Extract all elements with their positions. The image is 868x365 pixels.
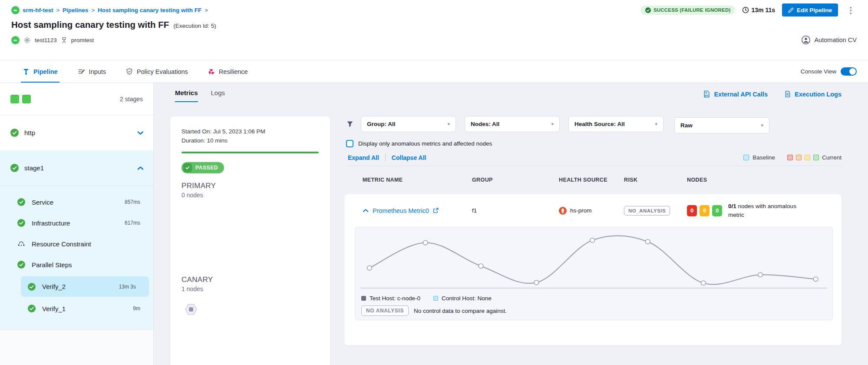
step-details-area: Metrics Logs Started On: Jul 5, 2023 1:0… — [154, 83, 868, 365]
toggle-knob — [849, 68, 856, 75]
step-verify-1[interactable]: Verify_1 9m — [0, 298, 153, 319]
breadcrumb-pipelines[interactable]: Pipelines — [63, 7, 88, 13]
status-badge-label: SUCCESS (FAILURE IGNORED) — [653, 7, 731, 13]
service-name[interactable]: test1123 — [35, 37, 57, 43]
filter-funnel-icon[interactable] — [347, 121, 353, 128]
control-host-legend: Control Host: None — [433, 295, 492, 302]
chevron-up-icon[interactable] — [137, 166, 144, 170]
col-metric-name: METRIC NAME — [363, 177, 472, 183]
breadcrumb-separator: > — [56, 7, 60, 13]
step-parallel-steps[interactable]: Parallel Steps — [0, 254, 153, 275]
elapsed-time-value: 13m 11s — [751, 7, 775, 13]
detail-tabs: Metrics Logs — [175, 89, 225, 102]
step-infrastructure[interactable]: Infrastructure 617ms — [0, 212, 153, 233]
breadcrumb: ∞ srm-hf-test > Pipelines > Host samplin… — [11, 6, 208, 14]
sidebar-stage-stage1[interactable]: stage1 — [0, 150, 153, 186]
environment-name[interactable]: promtest — [71, 37, 94, 43]
group-filter-dropdown[interactable]: Group: All ▾ — [361, 116, 456, 132]
execution-logs-link[interactable]: Execution Logs — [784, 90, 842, 98]
svg-text:API: API — [705, 95, 709, 97]
console-view-label: Console View — [801, 68, 836, 75]
started-on: Started On: Jul 5, 2023 1:06 PM — [182, 127, 319, 136]
chart-color-legend: Baseline Current — [743, 154, 842, 161]
canary-node-count: 1 nodes — [182, 285, 319, 292]
risk-badge: NO_ANALYSIS — [624, 206, 670, 216]
yellow-node-count: 0 — [700, 205, 710, 216]
step-verify-2[interactable]: Verify_2 13m 3s — [21, 276, 149, 297]
group-filter-value: Group: All — [367, 121, 396, 127]
execution-progressbar — [182, 152, 319, 153]
breadcrumb-separator: > — [205, 7, 208, 13]
expand-collapse-row: Expand All Collapse All Baseline Current — [348, 154, 842, 161]
tab-resilience-label: Resilience — [219, 68, 248, 75]
collapse-chevron-up-icon[interactable] — [363, 209, 369, 212]
elapsed-time: 13m 11s — [742, 7, 775, 13]
tab-resilience[interactable]: Resilience — [206, 60, 250, 83]
step-list: Service 857ms Infrastructure 617ms Resou… — [0, 186, 153, 319]
step-label: Service — [32, 199, 53, 206]
more-options-menu[interactable]: ⋮ — [845, 5, 857, 15]
metric-chart-panel: Test Host: c-node-0 Control Host: None N… — [355, 227, 833, 320]
step-service[interactable]: Service 857ms — [0, 192, 153, 212]
breadcrumb-separator: > — [91, 7, 95, 13]
metrics-table-header: METRIC NAME GROUP HEALTH SOURCE RISK NOD… — [344, 177, 842, 183]
breadcrumb-pipeline-name[interactable]: Host sampling canary testing with FF — [98, 7, 201, 13]
col-group: GROUP — [472, 177, 559, 183]
test-host-legend: Test Host: c-node-0 — [361, 295, 420, 302]
edit-pipeline-button[interactable]: Edit Pipeline — [782, 3, 838, 17]
tab-metrics[interactable]: Metrics — [175, 89, 198, 102]
metric-table-row: Prometheus Metric0 f1 hs-prom NO_ANALYSI… — [344, 194, 842, 227]
stage-success-square — [22, 95, 31, 103]
triggered-by-user[interactable]: Automation CV — [814, 36, 857, 43]
tab-pipeline[interactable]: Pipeline — [21, 60, 59, 83]
prometheus-icon — [559, 207, 567, 215]
current-green-swatch — [813, 155, 819, 160]
breadcrumb-project[interactable]: srm-hf-test — [23, 7, 53, 13]
health-source-filter-dropdown[interactable]: Health Source: All ▾ — [568, 116, 663, 132]
srm-service-icon: ∞ — [11, 36, 20, 44]
success-check-icon — [17, 219, 25, 227]
stage-http-label: http — [24, 129, 35, 136]
metric-chart[interactable] — [359, 232, 829, 292]
raw-filter-dropdown[interactable]: Raw ▾ — [674, 117, 769, 133]
canary-label: CANARY — [182, 275, 319, 284]
step-label: Verify_1 — [42, 305, 66, 312]
no-analysis-message: No control data to compare against. — [414, 308, 507, 314]
sidebar-footer — [0, 329, 153, 365]
tab-inputs[interactable]: Inputs — [76, 60, 108, 83]
current-red-swatch — [787, 155, 793, 160]
divider — [385, 154, 386, 161]
current-yellow-swatch — [805, 155, 810, 160]
expand-all-link[interactable]: Expand All — [348, 154, 379, 161]
tab-policy-evaluations[interactable]: Policy Evaluations — [124, 60, 190, 83]
external-api-calls-link[interactable]: API External API Calls — [703, 90, 768, 98]
anomalous-filter-row: Display only anomalous metrics and affec… — [346, 140, 842, 147]
collapse-all-link[interactable]: Collapse All — [392, 154, 426, 161]
step-resource-constraint[interactable]: Resource Constraint — [0, 233, 153, 254]
tab-pipeline-label: Pipeline — [33, 68, 58, 75]
sidebar-stage-http[interactable]: http — [0, 115, 153, 150]
raw-filter-value: Raw — [680, 122, 693, 129]
queue-icon — [17, 241, 25, 247]
pipeline-execution-page: ∞ srm-hf-test > Pipelines > Host samplin… — [0, 0, 868, 365]
chevron-down-icon[interactable] — [137, 131, 144, 135]
metric-name-link[interactable]: Prometheus Metric0 — [373, 207, 429, 214]
stage-count: 2 stages — [120, 96, 143, 103]
nodes-filter-dropdown[interactable]: Nodes: All ▾ — [465, 116, 560, 132]
stage-summary-row: 2 stages — [0, 83, 153, 115]
col-risk: RISK — [624, 177, 687, 183]
execution-tabbar: Pipeline Inputs Policy Evaluations Resil… — [0, 60, 868, 83]
current-legend-label: Current — [822, 154, 842, 161]
red-node-count: 0 — [687, 205, 697, 216]
api-document-icon: API — [703, 90, 710, 98]
test-host-label: Test Host: c-node-0 — [370, 295, 420, 302]
console-view-toggle[interactable] — [841, 67, 857, 76]
primary-label: PRIMARY — [182, 182, 319, 190]
external-link-icon[interactable] — [433, 208, 439, 213]
chevron-down-icon: ▾ — [447, 121, 450, 127]
tab-logs[interactable]: Logs — [211, 89, 225, 102]
stage1-section: stage1 Service 857ms Infrastructure 617m… — [0, 150, 153, 329]
harness-logo-icon: ∞ — [11, 6, 20, 14]
anomalous-checkbox[interactable] — [346, 140, 353, 147]
canary-node-hexagon[interactable] — [182, 302, 200, 317]
